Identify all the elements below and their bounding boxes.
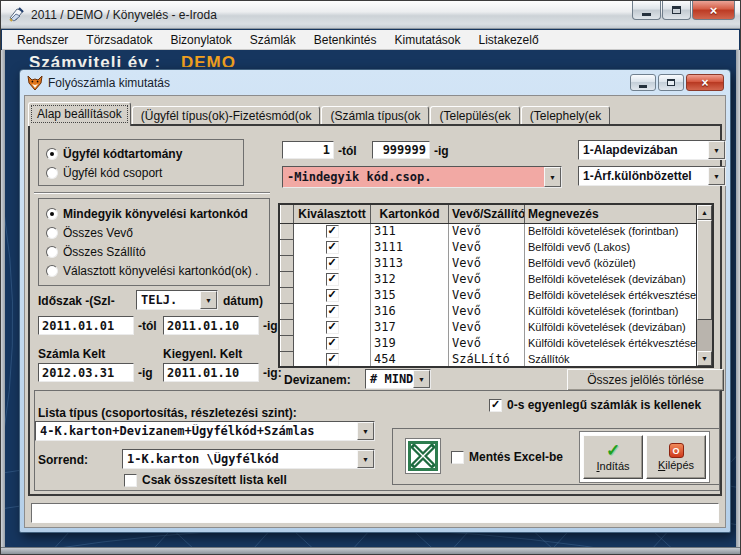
- row-checkbox-cell[interactable]: ✓: [294, 351, 371, 367]
- scroll-down-icon[interactable]: ▼: [697, 351, 712, 366]
- dialog-restore-button[interactable]: [658, 74, 684, 91]
- table-scrollbar[interactable]: ▲ ▼: [696, 205, 712, 366]
- minimize-icon: [639, 85, 647, 88]
- row-selector[interactable]: [281, 271, 294, 287]
- lista-tipus-combobox[interactable]: 4-K.karton+Devizanem+Ügyfélkód+Számlas ▼: [35, 421, 375, 441]
- tab-település-ek[interactable]: (Település(ek: [430, 106, 519, 126]
- row-checkbox[interactable]: ✓: [326, 289, 339, 302]
- dialog-close-button[interactable]: ×: [686, 74, 724, 91]
- chevron-down-icon[interactable]: ▼: [200, 291, 217, 309]
- tab-számla-típus-ok[interactable]: (Számla típus(ok: [321, 106, 429, 126]
- row-selector[interactable]: [281, 255, 294, 271]
- radio-option-választott-könyvelési-kartonkód-ok[interactable]: Választott könyvelési kartonkód(ok) .: [39, 261, 269, 280]
- date-type-combobox[interactable]: TELJ. ▼: [136, 290, 218, 310]
- table-row[interactable]: ✓319VevőKülföldi követelések értékveszté…: [281, 335, 699, 351]
- checkbox-box[interactable]: ✓: [124, 474, 137, 487]
- menu-item-betenkintés[interactable]: Betenkintés: [305, 31, 386, 49]
- radio-option-ügyfél-kód-csoport[interactable]: Ügyfél kód csoport: [39, 163, 243, 182]
- menu-item-listakezelő[interactable]: Listakezelő: [470, 31, 548, 49]
- checkbox-box[interactable]: ✓: [489, 399, 502, 412]
- row-selector[interactable]: [281, 239, 294, 255]
- currency-mode-combobox[interactable]: 1-Alapdevizában ▼: [578, 140, 726, 160]
- szamla-kelt-input[interactable]: [38, 363, 134, 382]
- devizanem-combobox[interactable]: # MIND ▼: [365, 369, 431, 389]
- table-row[interactable]: ✓315VevőBelföldi követelések értékveszté…: [281, 287, 699, 303]
- row-checkbox[interactable]: ✓: [326, 321, 339, 334]
- tab-alap-beállítások[interactable]: Alap beállítások: [28, 102, 131, 126]
- code-group-combobox[interactable]: -Mindegyik kód.csop. ▼: [282, 166, 562, 188]
- row-checkbox-cell[interactable]: ✓: [294, 255, 371, 271]
- period-from-input[interactable]: [38, 316, 134, 335]
- row-checkbox-cell[interactable]: ✓: [294, 287, 371, 303]
- menu-item-kimutatások[interactable]: Kimutatások: [386, 31, 470, 49]
- table-row[interactable]: ✓455SzáLLítóBelföldi szállítók (devizába…: [281, 367, 699, 368]
- menu-item-törzsadatok[interactable]: Törzsadatok: [77, 31, 161, 49]
- row-checkbox[interactable]: ✓: [326, 257, 339, 270]
- chevron-down-icon[interactable]: ▼: [357, 450, 374, 468]
- row-checkbox-cell[interactable]: ✓: [294, 303, 371, 319]
- checkbox-box[interactable]: ✓: [451, 451, 464, 464]
- radio-option-ügyfél-kódtartomány[interactable]: Ügyfél kódtartomány: [39, 144, 243, 163]
- sorrend-combobox[interactable]: 1-K.karton \Ügyfélkód ▼: [122, 449, 375, 469]
- row-checkbox[interactable]: ✓: [326, 225, 339, 238]
- row-checkbox[interactable]: ✓: [326, 353, 339, 366]
- clear-selection-button[interactable]: Összes jelölés törlése: [567, 369, 724, 391]
- minimize-button[interactable]: [632, 1, 661, 20]
- save-excel-checkbox[interactable]: ✓ Mentés Excel-be: [451, 450, 563, 464]
- vevo-szallito-cell: Vevő: [449, 287, 525, 303]
- exchange-diff-combobox[interactable]: 1-Árf.különbözettel ▼: [578, 166, 726, 186]
- radio-option-összes-szállító[interactable]: Összes Szállító: [39, 242, 269, 261]
- row-checkbox-cell[interactable]: ✓: [294, 271, 371, 287]
- row-selector[interactable]: [281, 287, 294, 303]
- menu-item-bizonylatok[interactable]: Bizonylatok: [161, 31, 240, 49]
- zero-balance-checkbox[interactable]: ✓ 0-s egyenlegű számlák is kellenek: [489, 398, 701, 412]
- table-row[interactable]: ✓317VevőKülföldi követelések (devizában): [281, 319, 699, 335]
- maximize-button[interactable]: [662, 1, 691, 20]
- chevron-down-icon[interactable]: ▼: [544, 167, 561, 187]
- row-checkbox[interactable]: ✓: [326, 241, 339, 254]
- menu-item-rendszer[interactable]: Rendszer: [8, 31, 77, 49]
- scroll-up-icon[interactable]: ▲: [697, 205, 712, 220]
- tab-telephely-ek[interactable]: (Telephely(ek: [521, 106, 610, 126]
- chevron-down-icon[interactable]: ▼: [413, 370, 430, 388]
- table-row[interactable]: ✓316VevőKülföldi követelések (forintban): [281, 303, 699, 319]
- code-to-input[interactable]: [372, 141, 430, 159]
- table-row[interactable]: ✓3113VevőBelföldi vevő (közület): [281, 255, 699, 271]
- tab-ügyfél-típus-ok-fizetésmód-ok[interactable]: (Ügyfél típus(ok)-Fizetésmód(ok: [132, 106, 321, 126]
- row-checkbox-cell[interactable]: ✓: [294, 367, 371, 368]
- kiegyenl-kelt-label: Kiegyenl. Kelt: [163, 347, 242, 361]
- code-from-input[interactable]: [282, 141, 334, 159]
- inditas-button[interactable]: ✓ Indítás: [583, 435, 643, 479]
- chevron-down-icon[interactable]: ▼: [708, 141, 725, 159]
- row-selector[interactable]: [281, 335, 294, 351]
- table-row[interactable]: ✓454SzáLLítóSzállítók: [281, 351, 699, 367]
- table-row[interactable]: ✓3111VevőBelföldi vevő (Lakos): [281, 239, 699, 255]
- kilepes-button[interactable]: O Kilépés: [646, 435, 706, 479]
- table-row[interactable]: ✓311VevőBelföldi követelések (forintban): [281, 223, 699, 239]
- period-to-input[interactable]: [163, 316, 259, 335]
- row-checkbox-cell[interactable]: ✓: [294, 223, 371, 239]
- scrollbar-thumb[interactable]: [697, 220, 712, 320]
- table-row[interactable]: ✓312VevőBelföldi követelések (devizában): [281, 271, 699, 287]
- row-checkbox[interactable]: ✓: [326, 305, 339, 318]
- row-selector[interactable]: [281, 367, 294, 368]
- radio-option-összes-vevő[interactable]: Összes Vevő: [39, 223, 269, 242]
- close-button[interactable]: ×: [692, 1, 735, 20]
- row-selector[interactable]: [281, 319, 294, 335]
- summary-only-checkbox[interactable]: ✓ Csak összesített lista kell: [124, 473, 287, 487]
- row-checkbox-cell[interactable]: ✓: [294, 319, 371, 335]
- row-selector[interactable]: [281, 223, 294, 239]
- row-selector[interactable]: [281, 351, 294, 367]
- radio-option-mindegyik-könyvelési-kartonkód[interactable]: Mindegyik könyvelési kartonkód: [39, 204, 269, 223]
- dialog-minimize-button[interactable]: [630, 74, 656, 91]
- row-checkbox[interactable]: ✓: [326, 337, 339, 350]
- row-selector[interactable]: [281, 303, 294, 319]
- kiegyenl-kelt-input[interactable]: [163, 363, 259, 382]
- menu-item-számlák[interactable]: Számlák: [241, 31, 305, 49]
- row-checkbox-cell[interactable]: ✓: [294, 335, 371, 351]
- chevron-down-icon[interactable]: ▼: [357, 422, 374, 440]
- row-checkbox-cell[interactable]: ✓: [294, 239, 371, 255]
- row-checkbox[interactable]: ✓: [326, 273, 339, 286]
- devizanem-value: # MIND: [366, 372, 413, 386]
- chevron-down-icon[interactable]: ▼: [708, 167, 725, 185]
